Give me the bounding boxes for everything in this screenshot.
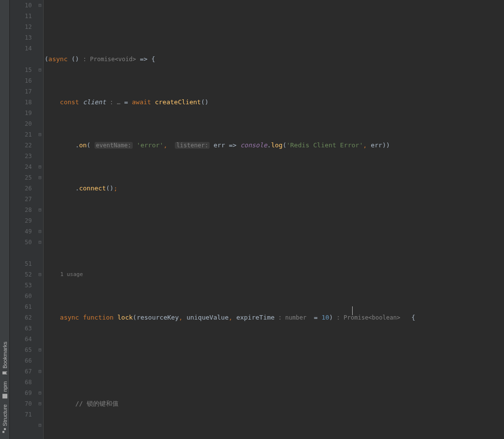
structure-icon xyxy=(2,428,7,433)
bookmark-icon xyxy=(2,370,7,375)
line-number-gutter[interactable]: 1011121314 15161718192021222324252627282… xyxy=(10,0,37,439)
svg-rect-0 xyxy=(2,393,7,398)
npm-tool[interactable]: npm xyxy=(2,381,8,398)
text-cursor xyxy=(352,306,353,315)
usages-hint[interactable]: 1 usage xyxy=(45,269,504,280)
bookmarks-tool[interactable]: Bookmarks xyxy=(2,342,8,375)
tool-window-bar[interactable]: Bookmarks npm Structure xyxy=(0,0,10,439)
svg-rect-2 xyxy=(4,428,6,430)
bookmarks-label: Bookmarks xyxy=(2,342,8,369)
code-area[interactable]: (async () : Promise<void> => { const cli… xyxy=(44,0,504,439)
npm-label: npm xyxy=(2,381,8,392)
fold-gutter[interactable]: ⊟⊟⊟⊟⊟⊟⊟⊟⊟⊟⊟⊟⊟⊟ xyxy=(37,0,44,439)
svg-rect-1 xyxy=(2,431,4,433)
structure-label: Structure xyxy=(2,404,8,426)
structure-tool[interactable]: Structure xyxy=(2,404,8,433)
code-editor[interactable]: 1011121314 15161718192021222324252627282… xyxy=(10,0,504,439)
npm-icon xyxy=(2,393,7,398)
